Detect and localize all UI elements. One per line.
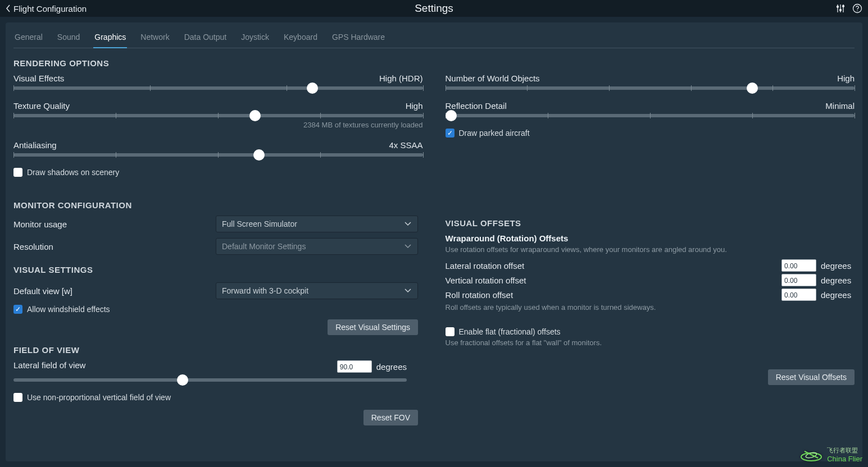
globe-icon [799, 446, 824, 464]
checkbox-windshield[interactable]: Allow windshield effects [13, 305, 423, 314]
offset-lateral: Lateral rotation offset 0.00 degrees [446, 259, 855, 272]
section-visual-settings: VISUAL SETTINGS [13, 265, 423, 274]
svg-point-4 [840, 10, 842, 11]
offsets-heading: Wraparound (Rotation) Offsets [446, 233, 855, 243]
reset-offsets-button[interactable]: Reset Visual Offsets [768, 369, 855, 385]
svg-point-3 [837, 6, 839, 8]
fov-input[interactable]: 90.0 [337, 360, 372, 373]
slider-thumb[interactable] [307, 83, 318, 94]
reset-fov-button[interactable]: Reset FOV [363, 410, 418, 425]
slider-visual-effects: Visual EffectsHigh (HDR) [13, 74, 423, 90]
slider-texture-quality: Texture QualityHigh 2384 MB of textures … [13, 101, 423, 129]
offset-vertical: Vertical rotation offset 0.00 degrees [446, 274, 855, 286]
slider-track[interactable] [446, 86, 855, 90]
slider-track[interactable] [446, 114, 855, 117]
checkbox-parked-aircraft[interactable]: Draw parked aircraft [446, 129, 855, 138]
sliders-icon[interactable] [835, 3, 846, 13]
slider-antialiasing: Antialiasing4x SSAA [13, 140, 423, 157]
back-button[interactable]: Flight Configuration [6, 4, 87, 13]
tab-sound[interactable]: Sound [56, 29, 81, 48]
chevron-down-icon [404, 244, 412, 249]
slider-thumb[interactable] [249, 110, 261, 121]
checkbox-flat-offsets[interactable]: Enable flat (fractional) offsets [446, 327, 855, 336]
roll-offset-input[interactable]: 0.00 [781, 289, 816, 301]
select-monitor-usage[interactable]: Full Screen Simulator [216, 216, 418, 232]
select-default-view[interactable]: Forward with 3-D cockpit [216, 282, 418, 299]
svg-point-5 [843, 6, 844, 7]
slider-track[interactable] [13, 114, 423, 117]
back-label: Flight Configuration [13, 4, 87, 13]
help-icon[interactable] [852, 3, 862, 13]
section-rendering: RENDERING OPTIONS [13, 58, 855, 68]
checkbox-icon[interactable] [13, 393, 22, 402]
slider-thumb[interactable] [253, 149, 265, 161]
tab-network[interactable]: Network [139, 29, 170, 48]
checkbox-icon[interactable] [446, 129, 455, 138]
slider-thumb[interactable] [446, 110, 457, 121]
tab-graphics[interactable]: Graphics [93, 29, 127, 48]
section-fov: FIELD OF VIEW [13, 345, 423, 355]
tab-general[interactable]: General [13, 29, 44, 48]
slider-thumb[interactable] [747, 83, 758, 94]
slider-track[interactable] [13, 86, 423, 90]
section-visual-offsets: VISUAL OFFSETS [446, 218, 855, 228]
slider-world-objects: Number of World ObjectsHigh [446, 74, 855, 90]
section-monitor: MONITOR CONFIGURATION [13, 200, 423, 210]
tabs: GeneralSoundGraphicsNetworkData OutputJo… [13, 29, 855, 48]
checkbox-nonprop-fov[interactable]: Use non-proportional vertical field of v… [13, 393, 423, 402]
topbar: Flight Configuration Settings [0, 0, 868, 17]
tab-keyboard[interactable]: Keyboard [283, 29, 319, 48]
reset-visual-button[interactable]: Reset Visual Settings [328, 319, 418, 335]
svg-point-7 [857, 10, 857, 11]
settings-panel: GeneralSoundGraphicsNetworkData OutputJo… [6, 22, 862, 461]
checkbox-icon[interactable] [13, 305, 22, 314]
tab-data-output[interactable]: Data Output [183, 29, 228, 48]
offset-roll: Roll rotation offset 0.00 degrees [446, 289, 855, 301]
slider-track[interactable] [13, 378, 407, 382]
watermark: 飞行者联盟 China Flier [799, 446, 862, 464]
chevron-down-icon [404, 221, 412, 227]
slider-thumb[interactable] [177, 374, 188, 386]
page-title: Settings [415, 2, 453, 15]
checkbox-icon[interactable] [446, 327, 455, 336]
slider-track[interactable] [13, 153, 423, 157]
lateral-offset-input[interactable]: 0.00 [781, 259, 816, 272]
tab-joystick[interactable]: Joystick [240, 29, 270, 48]
select-resolution[interactable]: Default Monitor Settings [216, 238, 418, 255]
checkbox-shadows[interactable]: Draw shadows on scenery [13, 168, 423, 177]
chevron-left-icon [6, 4, 11, 12]
slider-reflection: Reflection DetailMinimal [446, 101, 855, 117]
checkbox-icon[interactable] [13, 168, 22, 177]
vertical-offset-input[interactable]: 0.00 [781, 274, 816, 286]
chevron-down-icon [404, 288, 412, 294]
tab-gps-hardware[interactable]: GPS Hardware [331, 29, 386, 48]
